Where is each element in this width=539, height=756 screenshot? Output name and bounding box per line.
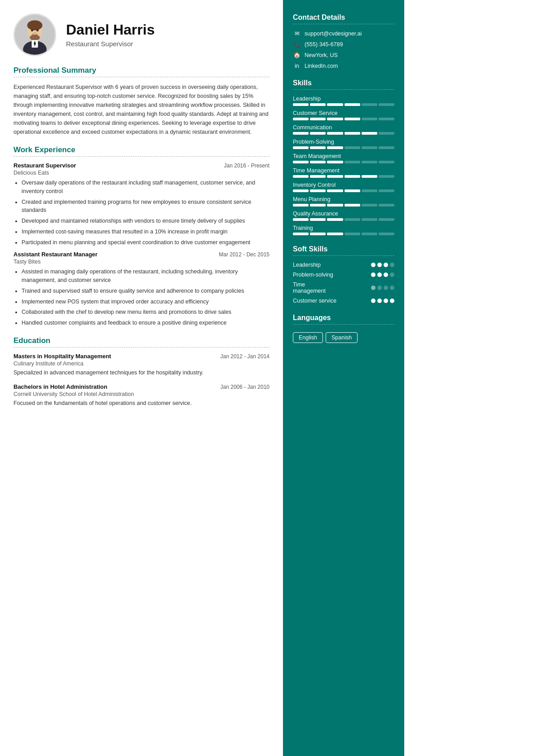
skill-seg-3-2 [327, 146, 343, 149]
skill-seg-8-0 [293, 218, 309, 221]
soft-dot-0-2 [384, 263, 388, 267]
skill-1: Customer Service [293, 110, 394, 120]
skill-7: Menu Planning [293, 196, 394, 207]
education-title: Education [13, 336, 270, 345]
skill-name-8: Quality Assurance [293, 211, 394, 217]
skill-seg-9-3 [345, 233, 360, 235]
soft-dot-0-3 [390, 263, 394, 267]
job-bullet-1-1: Trained and supervised staff to ensure q… [22, 287, 270, 295]
skill-seg-9-1 [310, 233, 326, 235]
contact-section: Contact Details ✉ support@cvdesigner.ai … [293, 13, 394, 69]
skill-seg-4-0 [293, 161, 309, 163]
job-bullets-1: Assisted in managing daily operations of… [13, 268, 270, 327]
job-bullets-0: Oversaw daily operations of the restaura… [13, 179, 270, 246]
right-column: Contact Details ✉ support@cvdesigner.ai … [283, 0, 404, 756]
skill-seg-4-2 [327, 161, 343, 163]
contact-icon-3: in [293, 62, 301, 69]
skill-5: Time Management [293, 167, 394, 178]
soft-skill-name-1: Problem-solving [293, 272, 371, 278]
left-column: Daniel Harris Restaurant Supervisor Prof… [0, 0, 283, 756]
skill-bar-6 [293, 189, 394, 192]
skill-bar-5 [293, 175, 394, 178]
job-company-1: Tasty Bites [13, 259, 270, 265]
skill-seg-1-1 [310, 118, 326, 120]
skill-name-6: Inventory Control [293, 182, 394, 188]
job-bullet-0-2: Developed and maintained relationships w… [22, 217, 270, 225]
skill-seg-4-3 [345, 161, 360, 163]
skills-divider [293, 89, 394, 90]
job-title-1: Assistant Restaurant Manager [13, 251, 97, 258]
resume-header: Daniel Harris Restaurant Supervisor [13, 13, 270, 56]
skill-seg-9-0 [293, 233, 309, 235]
contact-icon-2: 🏠 [293, 52, 301, 58]
skills-title: Skills [293, 79, 394, 87]
skill-seg-5-2 [327, 175, 343, 178]
skill-seg-8-2 [327, 218, 343, 221]
skill-4: Team Management [293, 153, 394, 163]
contact-icon-0: ✉ [293, 30, 301, 37]
soft-skill-dots-2 [371, 286, 394, 290]
svg-point-3 [30, 35, 40, 40]
skill-seg-1-0 [293, 118, 309, 120]
job-bullet-1-2: Implemented new POS system that improved… [22, 298, 270, 306]
skill-6: Inventory Control [293, 182, 394, 192]
soft-dot-0-0 [371, 263, 376, 267]
skill-name-4: Team Management [293, 153, 394, 159]
work-experience-divider [13, 156, 270, 157]
soft-dot-1-0 [371, 273, 376, 277]
candidate-name: Daniel Harris [66, 22, 155, 38]
job-bullet-0-0: Oversaw daily operations of the restaura… [22, 179, 270, 196]
skill-name-0: Leadership [293, 96, 394, 102]
job-bullet-1-0: Assisted in managing daily operations of… [22, 268, 270, 285]
skill-3: Problem-Solving [293, 139, 394, 149]
soft-dot-1-3 [390, 273, 394, 277]
language-badge-1: Spanish [326, 332, 358, 343]
soft-skill-name-3: Customer service [293, 298, 371, 304]
summary-text: Experienced Restaurant Supervisor with 6… [13, 83, 270, 136]
skill-bar-2 [293, 132, 394, 135]
skill-seg-4-1 [310, 161, 326, 163]
edu-desc-0: Specialized in advanced management techn… [13, 369, 270, 377]
skill-name-5: Time Management [293, 167, 394, 174]
skill-seg-8-1 [310, 218, 326, 221]
edu-date-1: Jan 2006 - Jan 2010 [221, 384, 270, 390]
skill-seg-7-3 [345, 204, 360, 207]
soft-dot-2-0 [371, 286, 376, 290]
contact-title: Contact Details [293, 13, 394, 22]
skill-seg-1-4 [362, 118, 377, 120]
candidate-job-title: Restaurant Supervisor [66, 40, 155, 48]
contact-text-3: LinkedIn.com [305, 63, 338, 69]
skill-seg-6-0 [293, 189, 309, 192]
skill-seg-3-4 [362, 146, 377, 149]
contact-item-1: 📞 (555) 345-6789 [293, 41, 394, 48]
soft-skill-dots-0 [371, 263, 394, 267]
soft-dot-3-0 [371, 299, 376, 303]
summary-section: Professional Summary Experienced Restaur… [13, 66, 270, 136]
soft-dot-2-2 [384, 286, 388, 290]
edu-container: Masters in Hospitality Management Jan 20… [13, 353, 270, 408]
education-section: Education Masters in Hospitality Managem… [13, 336, 270, 408]
skill-seg-2-1 [310, 132, 326, 135]
skill-seg-9-5 [379, 233, 394, 235]
skill-seg-0-4 [362, 103, 377, 106]
edu-school-1: Cornell University School of Hotel Admin… [13, 391, 270, 397]
skill-seg-5-1 [310, 175, 326, 178]
soft-dot-3-2 [384, 299, 388, 303]
skill-seg-2-3 [345, 132, 360, 135]
soft-skill-3: Customer service [293, 298, 394, 304]
language-badge-0: English [293, 332, 323, 343]
edu-0: Masters in Hospitality Management Jan 20… [13, 353, 270, 377]
soft-skill-dots-3 [371, 299, 394, 303]
skill-bar-9 [293, 233, 394, 235]
svg-point-8 [36, 29, 39, 31]
soft-skill-1: Problem-solving [293, 272, 394, 278]
soft-dot-3-1 [377, 299, 382, 303]
skill-seg-6-3 [345, 189, 360, 192]
jobs-container: Restaurant Supervisor Jan 2016 - Present… [13, 162, 270, 327]
skill-seg-3-3 [345, 146, 360, 149]
skill-seg-0-5 [379, 103, 394, 106]
skill-name-3: Problem-Solving [293, 139, 394, 145]
skill-seg-9-2 [327, 233, 343, 235]
skill-seg-7-0 [293, 204, 309, 207]
soft-skills-container: Leadership Problem-solving Timemanagemen… [293, 262, 394, 304]
